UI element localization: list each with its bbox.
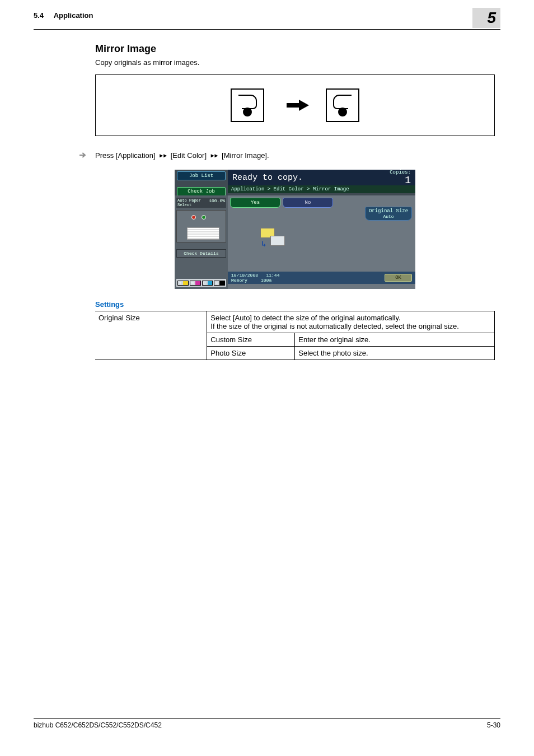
page-description: Copy originals as mirror images.	[95, 58, 495, 67]
breadcrumb-step-2: [Edit Color]	[171, 151, 207, 160]
settings-custom-size-label: Custom Size	[207, 333, 295, 347]
instruction-prefix: Press	[95, 151, 116, 160]
page-footer: bizhub C652/C652DS/C552/C552DS/C452 5-30	[34, 718, 500, 729]
mirror-illustration	[95, 74, 495, 136]
chapter-number-badge: 5	[472, 8, 500, 28]
red-dot-icon	[191, 215, 196, 220]
no-tab[interactable]: No	[283, 198, 333, 208]
original-size-button-value: Auto	[366, 214, 411, 219]
running-header: 5.4 Application 5	[34, 11, 500, 30]
footer-model: bizhub C652/C652DS/C552/C552DS/C452	[34, 721, 162, 729]
svg-point-0	[243, 108, 252, 116]
instruction: Press [Application] ►► [Edit Color] ►► […	[78, 151, 495, 160]
svg-point-1	[338, 108, 347, 116]
footer-page-number: 5-30	[487, 721, 500, 729]
settings-table: Original Size Select [Auto] to detect th…	[95, 311, 495, 360]
copies-label: Copies:	[390, 170, 411, 175]
original-size-button[interactable]: Original Size Auto	[365, 207, 412, 221]
status-time: 11:44	[266, 273, 279, 278]
job-list-tab[interactable]: Job List	[177, 171, 226, 180]
panel-breadcrumb: Application > Edit Color > Mirror Image	[228, 185, 415, 193]
preview-thumbnail	[176, 210, 226, 242]
ok-button[interactable]: OK	[385, 274, 412, 282]
breadcrumb-step-1: [Application]	[116, 151, 156, 160]
toner-levels: Y M C K	[176, 279, 226, 287]
check-details-button[interactable]: Check Details	[176, 249, 226, 258]
check-job-button[interactable]: Check Job	[177, 187, 226, 196]
device-ui-panel: Job List Ready to copy. Copies: 1 Check …	[175, 170, 415, 289]
page-title: Mirror Image	[95, 43, 495, 55]
original-shape-icon	[231, 88, 264, 122]
procedure-arrow-icon	[78, 151, 87, 160]
auto-paper-status: Auto Paper Select 100.0%	[176, 198, 226, 208]
settings-photo-size-desc: Select the photo size.	[295, 347, 495, 360]
original-size-button-label: Original Size	[369, 208, 408, 214]
breadcrumb-separator-icon: ►►	[157, 152, 168, 158]
copies-value: 1	[390, 175, 411, 185]
mirror-preview-icon: ↳	[260, 228, 289, 238]
status-date: 10/10/2008	[231, 273, 258, 278]
status-memory-label: Memory	[231, 278, 247, 283]
instruction-suffix: .	[267, 151, 269, 160]
breadcrumb-step-3: [Mirror Image]	[222, 151, 267, 160]
settings-photo-size-label: Photo Size	[207, 347, 295, 360]
section-label: Application	[54, 11, 93, 20]
settings-heading: Settings	[95, 300, 495, 309]
settings-row-label: Original Size	[95, 311, 207, 360]
mirrored-shape-icon	[326, 88, 359, 122]
green-dot-icon	[202, 215, 206, 220]
status-message: Ready to copy.	[232, 173, 303, 183]
section-number: 5.4	[34, 11, 44, 20]
settings-custom-size-desc: Enter the original size.	[295, 333, 495, 347]
settings-row-desc: Select [Auto] to detect the size of the …	[207, 311, 495, 333]
status-memory-value: 100%	[261, 278, 271, 283]
arrow-right-icon	[299, 100, 309, 111]
breadcrumb-separator-icon: ►►	[209, 152, 220, 158]
yes-tab[interactable]: Yes	[230, 198, 280, 208]
